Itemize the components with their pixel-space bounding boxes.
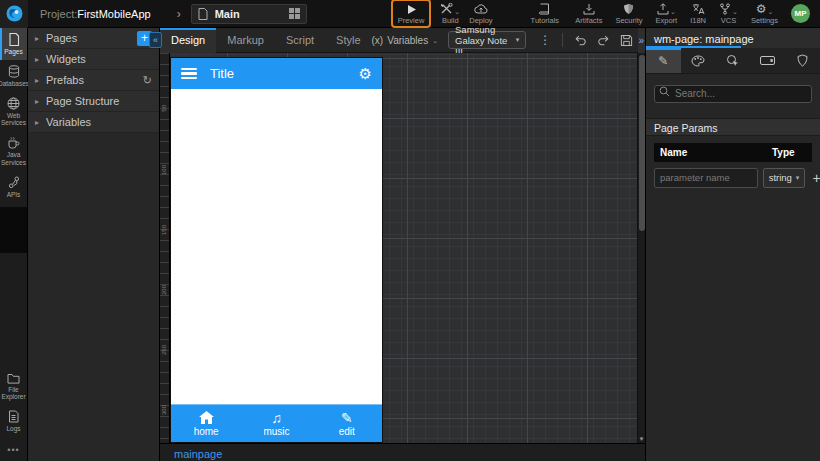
column-name: Name <box>654 147 766 158</box>
section-arrow-icon: ▸ <box>35 76 39 85</box>
ruler-tick: 100 <box>161 165 170 175</box>
toolbar-divider <box>562 33 563 47</box>
phone-title-bar[interactable]: Title ⚙ <box>171 58 382 89</box>
export-label: Export <box>655 16 677 25</box>
caret-down-icon: ⌄ <box>670 8 676 15</box>
more-options-icon[interactable]: ••• <box>0 437 27 461</box>
translate-icon <box>692 3 705 15</box>
section-label: Page Structure <box>46 95 119 107</box>
cursor-click-icon <box>726 54 739 67</box>
pencil-icon: ✎ <box>658 54 668 68</box>
canvas-toolbar: Design Markup Script Style (x) Variables… <box>160 28 645 53</box>
grid-view-icon[interactable] <box>289 8 300 19</box>
section-label: Pages <box>46 32 77 44</box>
tab-markup[interactable]: Markup <box>216 28 275 53</box>
param-type-select[interactable]: string ▾ <box>763 168 805 188</box>
tutorials-button[interactable]: Tutorials <box>531 2 559 25</box>
phone-preview[interactable]: Title ⚙ home ♫ music <box>170 57 383 443</box>
tab-script[interactable]: Script <box>275 28 325 53</box>
page-tab-mainpage[interactable]: mainpage <box>174 448 222 460</box>
active-tab-indicator <box>646 46 741 48</box>
tab-device[interactable] <box>750 48 785 73</box>
canvas-vertical-scrollbar[interactable]: ▾ <box>637 53 645 443</box>
rail-item-pages[interactable]: Pages <box>0 28 27 60</box>
refresh-icon[interactable]: ↻ <box>143 74 152 87</box>
rail-item-file-explorer[interactable]: File Explorer <box>0 368 27 406</box>
section-variables[interactable]: ▸ Variables <box>28 112 159 133</box>
nav-label: music <box>263 426 289 437</box>
ruler-tick: 50 <box>161 105 170 112</box>
device-selector-value: Samsung Galaxy Note III <box>455 24 510 57</box>
rail-item-databases[interactable]: Databases <box>0 60 27 92</box>
design-canvas[interactable]: 50 100 150 200 250 300 Title ⚙ <box>160 53 645 443</box>
settings-button[interactable]: ⚙ ⌄ Settings <box>751 2 778 25</box>
properties-tabs: ✎ <box>646 48 820 74</box>
undo-button[interactable] <box>569 34 592 46</box>
section-prefabs[interactable]: ▸ Prefabs ↻ <box>28 70 159 91</box>
nav-item-home[interactable]: home <box>171 405 241 442</box>
variables-dropdown[interactable]: (x) Variables ⌄ <box>372 35 439 46</box>
export-button[interactable]: ⌄ Export <box>655 2 677 25</box>
rail-label: Pages <box>4 48 22 56</box>
preview-button[interactable]: Preview <box>391 0 432 28</box>
vcs-button[interactable]: ⌄ VCS <box>719 2 738 25</box>
save-button[interactable] <box>615 34 638 47</box>
rail-item-logs[interactable]: Logs <box>0 405 27 437</box>
tab-design[interactable]: Design <box>160 28 216 53</box>
variables-label: Variables <box>387 35 428 46</box>
select-caret-icon: ▾ <box>516 36 520 44</box>
user-avatar[interactable]: MP <box>791 4 810 23</box>
play-icon <box>406 4 417 15</box>
artifacts-button[interactable]: Artifacts <box>575 2 602 25</box>
page-params-columns: Name Type <box>654 143 812 162</box>
rail-item-apis[interactable]: APIs <box>0 171 27 203</box>
param-type-value: string <box>769 172 792 183</box>
properties-search <box>654 83 812 103</box>
build-button[interactable]: ⌄ Build <box>440 2 460 25</box>
add-param-button[interactable]: + <box>810 171 820 185</box>
section-pages[interactable]: ▸ Pages + <box>28 28 159 49</box>
tab-properties[interactable]: ✎ <box>646 48 681 73</box>
phone-page-content[interactable] <box>171 89 382 404</box>
nav-item-music[interactable]: ♫ music <box>241 405 311 442</box>
section-page-structure[interactable]: ▸ Page Structure <box>28 91 159 112</box>
select-caret-icon: ▾ <box>796 174 800 182</box>
redo-button[interactable] <box>592 34 615 46</box>
section-widgets[interactable]: ▸ Widgets <box>28 49 159 70</box>
expand-panel-button[interactable]: » <box>638 28 645 53</box>
section-arrow-icon: ▸ <box>35 97 39 106</box>
kebab-menu-icon[interactable]: ⋮ <box>534 33 556 47</box>
home-icon <box>199 411 214 424</box>
security-button[interactable]: Security <box>615 2 642 25</box>
i18n-label: I18N <box>690 16 706 25</box>
project-name: FirstMobileApp <box>77 8 150 20</box>
deploy-button[interactable]: Deploy <box>469 2 492 25</box>
tab-events[interactable] <box>716 48 751 73</box>
wavemaker-logo-icon <box>6 5 23 22</box>
section-label: Prefabs <box>46 74 84 86</box>
scroll-down-arrow-icon[interactable]: ▾ <box>638 435 645 443</box>
section-label: Variables <box>46 116 91 128</box>
collapse-panel-button[interactable]: « <box>149 32 162 48</box>
i18n-button[interactable]: I18N <box>690 2 706 25</box>
properties-panel-header: wm-page: mainpage <box>646 28 820 48</box>
rail-label: Logs <box>6 425 20 433</box>
section-arrow-icon: ▸ <box>35 118 39 127</box>
gear-icon: ⚙ <box>756 3 767 15</box>
rail-item-java-services[interactable]: Java Services <box>0 131 27 171</box>
studio-window: Project:FirstMobileApp › Main Preview <box>0 0 820 461</box>
tab-security[interactable] <box>785 48 820 73</box>
rail-item-web-services[interactable]: Web Services <box>0 92 27 132</box>
variables-x-icon: (x) <box>372 35 384 46</box>
gear-icon[interactable]: ⚙ <box>359 66 372 81</box>
tab-style[interactable]: Style <box>325 28 371 53</box>
param-name-input[interactable] <box>654 168 758 188</box>
vertical-ruler: 50 100 150 200 250 300 <box>160 53 170 443</box>
redo-icon <box>597 34 610 46</box>
hamburger-menu-icon[interactable] <box>181 68 197 80</box>
search-input[interactable] <box>654 85 812 103</box>
device-selector[interactable]: Samsung Galaxy Note III ▾ <box>448 31 526 49</box>
nav-item-edit[interactable]: ✎ edit <box>312 405 382 442</box>
page-selector-dropdown[interactable]: Main <box>191 4 307 24</box>
tab-styles[interactable] <box>681 48 716 73</box>
